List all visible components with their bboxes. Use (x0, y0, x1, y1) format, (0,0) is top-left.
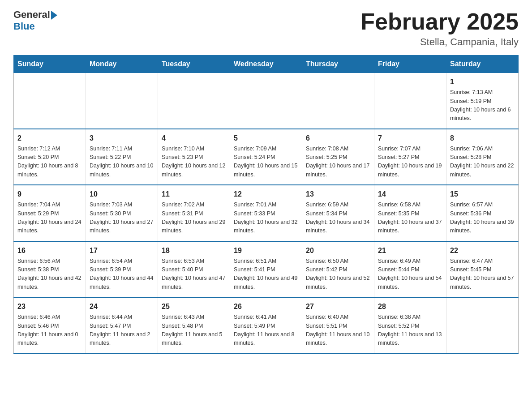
day-number: 2 (17, 133, 82, 144)
calendar-cell: 27Sunrise: 6:40 AMSunset: 5:51 PMDayligh… (302, 297, 374, 354)
calendar-cell: 28Sunrise: 6:38 AMSunset: 5:52 PMDayligh… (374, 297, 446, 354)
calendar-cell: 25Sunrise: 6:43 AMSunset: 5:48 PMDayligh… (158, 297, 230, 354)
calendar-cell: 21Sunrise: 6:49 AMSunset: 5:44 PMDayligh… (374, 241, 446, 298)
calendar-cell: 13Sunrise: 6:59 AMSunset: 5:34 PMDayligh… (302, 185, 374, 241)
day-number: 5 (234, 133, 298, 144)
day-info: Sunrise: 6:59 AMSunset: 5:34 PMDaylight:… (306, 201, 370, 235)
day-number: 15 (450, 189, 515, 200)
day-info: Sunrise: 7:03 AMSunset: 5:30 PMDaylight:… (90, 201, 154, 235)
logo-blue-text: Blue (13, 21, 35, 32)
day-number: 9 (17, 189, 82, 200)
month-title: February 2025 (360, 9, 519, 34)
weekday-header-friday: Friday (374, 56, 446, 73)
day-info: Sunrise: 6:50 AMSunset: 5:42 PMDaylight:… (306, 257, 370, 292)
weekday-header-row: SundayMondayTuesdayWednesdayThursdayFrid… (14, 56, 519, 73)
calendar-cell: 18Sunrise: 6:53 AMSunset: 5:40 PMDayligh… (158, 241, 230, 298)
calendar-cell: 3Sunrise: 7:11 AMSunset: 5:22 PMDaylight… (86, 129, 158, 185)
day-info: Sunrise: 6:51 AMSunset: 5:41 PMDaylight:… (234, 257, 298, 292)
day-info: Sunrise: 6:38 AMSunset: 5:52 PMDaylight:… (378, 313, 442, 348)
weekday-header-wednesday: Wednesday (230, 56, 302, 73)
day-info: Sunrise: 7:07 AMSunset: 5:27 PMDaylight:… (378, 145, 442, 180)
day-info: Sunrise: 6:43 AMSunset: 5:48 PMDaylight:… (162, 313, 226, 348)
day-info: Sunrise: 6:46 AMSunset: 5:46 PMDaylight:… (17, 313, 82, 348)
weekday-header-thursday: Thursday (302, 56, 374, 73)
day-info: Sunrise: 6:58 AMSunset: 5:35 PMDaylight:… (378, 201, 442, 235)
day-number: 21 (378, 245, 442, 256)
calendar-cell: 20Sunrise: 6:50 AMSunset: 5:42 PMDayligh… (302, 241, 374, 298)
day-number: 14 (378, 189, 442, 200)
day-info: Sunrise: 7:09 AMSunset: 5:24 PMDaylight:… (234, 145, 298, 180)
calendar-cell: 16Sunrise: 6:56 AMSunset: 5:38 PMDayligh… (14, 241, 86, 298)
day-info: Sunrise: 6:44 AMSunset: 5:47 PMDaylight:… (90, 313, 154, 348)
day-info: Sunrise: 6:49 AMSunset: 5:44 PMDaylight:… (378, 257, 442, 292)
calendar-cell: 15Sunrise: 6:57 AMSunset: 5:36 PMDayligh… (446, 185, 519, 241)
calendar-cell: 10Sunrise: 7:03 AMSunset: 5:30 PMDayligh… (86, 185, 158, 241)
calendar-week-4: 16Sunrise: 6:56 AMSunset: 5:38 PMDayligh… (14, 241, 519, 298)
location-title: Stella, Campania, Italy (360, 36, 519, 48)
calendar-table: SundayMondayTuesdayWednesdayThursdayFrid… (13, 55, 519, 354)
calendar-cell: 23Sunrise: 6:46 AMSunset: 5:46 PMDayligh… (14, 297, 86, 354)
calendar-cell: 26Sunrise: 6:41 AMSunset: 5:49 PMDayligh… (230, 297, 302, 354)
day-info: Sunrise: 6:40 AMSunset: 5:51 PMDaylight:… (306, 313, 370, 348)
day-info: Sunrise: 7:12 AMSunset: 5:20 PMDaylight:… (17, 145, 82, 180)
calendar-week-1: 1Sunrise: 7:13 AMSunset: 5:19 PMDaylight… (14, 73, 519, 129)
calendar-cell (374, 73, 446, 129)
calendar-cell (302, 73, 374, 129)
calendar-cell: 1Sunrise: 7:13 AMSunset: 5:19 PMDaylight… (446, 73, 519, 129)
logo: General Blue (13, 9, 57, 32)
calendar-cell: 17Sunrise: 6:54 AMSunset: 5:39 PMDayligh… (86, 241, 158, 298)
calendar-cell: 11Sunrise: 7:02 AMSunset: 5:31 PMDayligh… (158, 185, 230, 241)
calendar-cell: 24Sunrise: 6:44 AMSunset: 5:47 PMDayligh… (86, 297, 158, 354)
day-info: Sunrise: 6:54 AMSunset: 5:39 PMDaylight:… (90, 257, 154, 292)
title-section: February 2025 Stella, Campania, Italy (360, 9, 519, 48)
day-number: 24 (90, 301, 154, 312)
calendar-cell (158, 73, 230, 129)
day-number: 22 (450, 245, 515, 256)
day-number: 12 (234, 189, 298, 200)
logo-arrow-icon (51, 11, 57, 20)
calendar-cell: 7Sunrise: 7:07 AMSunset: 5:27 PMDaylight… (374, 129, 446, 185)
calendar-cell: 19Sunrise: 6:51 AMSunset: 5:41 PMDayligh… (230, 241, 302, 298)
day-number: 3 (90, 133, 154, 144)
weekday-header-sunday: Sunday (14, 56, 86, 73)
day-info: Sunrise: 6:47 AMSunset: 5:45 PMDaylight:… (450, 257, 515, 292)
day-number: 19 (234, 245, 298, 256)
day-number: 10 (90, 189, 154, 200)
page-header: General Blue February 2025 Stella, Campa… (13, 9, 519, 48)
weekday-header-saturday: Saturday (446, 56, 519, 73)
day-number: 6 (306, 133, 370, 144)
weekday-header-tuesday: Tuesday (158, 56, 230, 73)
day-info: Sunrise: 7:01 AMSunset: 5:33 PMDaylight:… (234, 201, 298, 235)
day-number: 17 (90, 245, 154, 256)
day-info: Sunrise: 7:08 AMSunset: 5:25 PMDaylight:… (306, 145, 370, 180)
day-number: 11 (162, 189, 226, 200)
day-info: Sunrise: 6:53 AMSunset: 5:40 PMDaylight:… (162, 257, 226, 292)
calendar-cell: 6Sunrise: 7:08 AMSunset: 5:25 PMDaylight… (302, 129, 374, 185)
day-info: Sunrise: 6:56 AMSunset: 5:38 PMDaylight:… (17, 257, 82, 292)
day-info: Sunrise: 7:11 AMSunset: 5:22 PMDaylight:… (90, 145, 154, 180)
day-number: 7 (378, 133, 442, 144)
day-number: 28 (378, 301, 442, 312)
day-info: Sunrise: 7:13 AMSunset: 5:19 PMDaylight:… (450, 88, 515, 123)
day-number: 25 (162, 301, 226, 312)
calendar-cell: 5Sunrise: 7:09 AMSunset: 5:24 PMDaylight… (230, 129, 302, 185)
day-info: Sunrise: 6:57 AMSunset: 5:36 PMDaylight:… (450, 201, 515, 235)
calendar-cell (14, 73, 86, 129)
day-number: 8 (450, 133, 515, 144)
day-number: 20 (306, 245, 370, 256)
day-info: Sunrise: 7:02 AMSunset: 5:31 PMDaylight:… (162, 201, 226, 235)
day-number: 4 (162, 133, 226, 144)
calendar-cell: 12Sunrise: 7:01 AMSunset: 5:33 PMDayligh… (230, 185, 302, 241)
logo-general-text: General (13, 9, 50, 21)
calendar-cell (230, 73, 302, 129)
calendar-cell: 14Sunrise: 6:58 AMSunset: 5:35 PMDayligh… (374, 185, 446, 241)
day-info: Sunrise: 7:04 AMSunset: 5:29 PMDaylight:… (17, 201, 82, 235)
calendar-week-5: 23Sunrise: 6:46 AMSunset: 5:46 PMDayligh… (14, 297, 519, 354)
calendar-cell: 4Sunrise: 7:10 AMSunset: 5:23 PMDaylight… (158, 129, 230, 185)
day-info: Sunrise: 6:41 AMSunset: 5:49 PMDaylight:… (234, 313, 298, 348)
calendar-week-2: 2Sunrise: 7:12 AMSunset: 5:20 PMDaylight… (14, 129, 519, 185)
day-info: Sunrise: 7:06 AMSunset: 5:28 PMDaylight:… (450, 145, 515, 180)
day-number: 26 (234, 301, 298, 312)
calendar-cell (86, 73, 158, 129)
calendar-cell: 2Sunrise: 7:12 AMSunset: 5:20 PMDaylight… (14, 129, 86, 185)
